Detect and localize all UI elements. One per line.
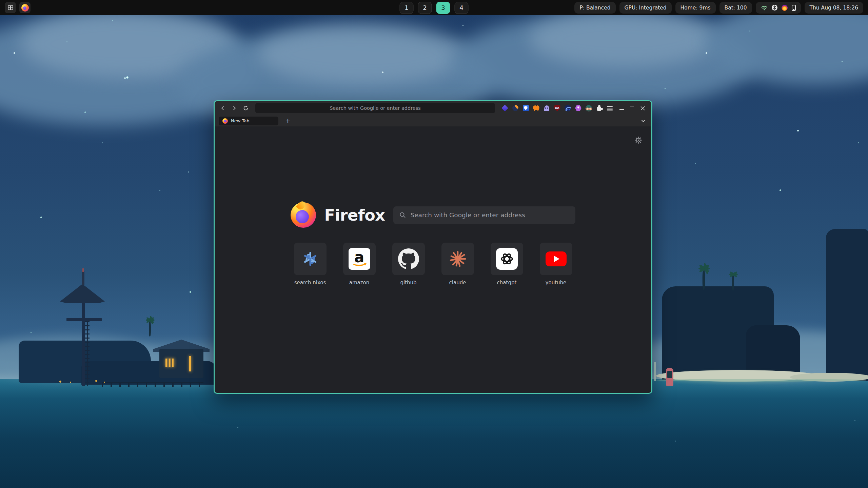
newtab-search-input[interactable]: Search with Google or enter address: [393, 206, 575, 224]
shortcut-label: search.nixos: [294, 280, 326, 286]
clock-pill[interactable]: Thu Aug 08, 18:26: [805, 2, 863, 14]
minimize-button[interactable]: [619, 109, 624, 110]
chatgpt-icon: [496, 248, 518, 270]
shortcut-tile[interactable]: [392, 243, 425, 275]
url-bar[interactable]: Search with Google or enter address: [255, 103, 495, 113]
workspace-2[interactable]: 2: [418, 2, 432, 14]
reload-button[interactable]: [241, 103, 251, 113]
firefox-logo-icon: [291, 202, 316, 228]
workspace-label: 3: [441, 4, 445, 11]
amazon-icon: a: [349, 248, 370, 270]
shortcut-chatgpt[interactable]: chatgpt: [491, 243, 523, 286]
watchtower-ladder: [87, 321, 88, 386]
gem-extension-icon[interactable]: [501, 105, 508, 112]
workspace-label: 4: [459, 4, 463, 11]
glow-star: [126, 76, 129, 79]
search-icon: [399, 212, 406, 218]
ping-pill[interactable]: Home: 9ms: [675, 2, 716, 14]
close-button[interactable]: [640, 106, 645, 111]
waterfall: [654, 362, 656, 381]
shortcut-amazon[interactable]: a amazon: [343, 243, 376, 286]
app-launcher-button[interactable]: [5, 2, 16, 13]
gpu-pill[interactable]: GPU: Integrated: [619, 2, 672, 14]
shortcut-label: youtube: [546, 280, 567, 286]
github-icon: [398, 248, 419, 269]
urlbar-placeholder: e or enter address: [376, 105, 421, 111]
plus-icon: +: [285, 118, 291, 124]
nixos-snowflake-icon: [302, 251, 318, 267]
avatar-extension-icon[interactable]: [585, 105, 592, 112]
app-grid-icon: [8, 5, 13, 10]
gear-icon: [634, 136, 643, 144]
ublock-origin-icon[interactable]: UO: [554, 105, 561, 112]
metamask-icon[interactable]: [533, 105, 540, 112]
workspace-switcher: 1 2 3 4: [400, 2, 469, 14]
tab-title: New Tab: [231, 118, 250, 123]
tab-new-tab[interactable]: New Tab: [219, 117, 278, 125]
shortcut-search-nixos[interactable]: search.nixos: [294, 243, 327, 286]
bitwarden-icon[interactable]: [522, 105, 529, 112]
bluetooth-icon[interactable]: [772, 5, 777, 11]
workspace-4[interactable]: 4: [455, 2, 469, 14]
watchtower-platform: [66, 318, 102, 321]
dark-moon-extension-icon[interactable]: [512, 105, 519, 112]
firefox-launcher-button[interactable]: [19, 2, 31, 13]
ghostery-icon[interactable]: [543, 105, 550, 112]
claude-starburst-icon: [449, 250, 467, 268]
clock-label: Thu Aug 08, 18:26: [810, 5, 858, 11]
tab-bar: New Tab +: [215, 115, 651, 126]
urlbar-placeholder: Search with Googl: [330, 105, 374, 111]
text-caret: [375, 105, 375, 111]
shortcut-tile[interactable]: [294, 243, 327, 275]
new-tab-page: Firefox Search with Google or enter addr…: [215, 126, 651, 392]
surfboard-totem: [666, 368, 673, 386]
waterline: [656, 379, 866, 382]
watchtower-pole: [82, 298, 85, 386]
gpu-label: GPU: Integrated: [625, 5, 667, 11]
newtab-search-placeholder: Search with Google or enter address: [410, 211, 525, 219]
shortcut-claude[interactable]: claude: [441, 243, 474, 286]
workspace-3-active[interactable]: 3: [436, 2, 450, 14]
youtube-icon: [546, 251, 567, 266]
status-group: P: Balanced GPU: Integrated Home: 9ms Ba…: [574, 2, 863, 14]
nordvpn-icon[interactable]: [564, 105, 571, 112]
back-button[interactable]: [218, 103, 228, 113]
personalize-button[interactable]: [634, 136, 643, 146]
shortcut-github[interactable]: github: [392, 243, 425, 286]
workspace-label: 1: [405, 4, 408, 11]
phone-icon[interactable]: [792, 5, 796, 11]
shortcut-youtube[interactable]: youtube: [540, 243, 572, 286]
hut-lit-window: [165, 359, 174, 367]
firefox-window: Search with Google or enter address UO *: [214, 100, 652, 394]
flame-media-icon[interactable]: [782, 5, 788, 11]
fence: [102, 382, 203, 383]
ping-label: Home: 9ms: [680, 5, 711, 11]
shortcuts-row: search.nixos a amazon g: [215, 243, 651, 286]
hut-lit-window: [189, 356, 191, 371]
maximize-button[interactable]: [630, 106, 634, 110]
hamburger-menu-icon[interactable]: [606, 105, 613, 112]
firefox-icon: [21, 4, 29, 12]
shortcut-tile[interactable]: [491, 243, 523, 275]
hut: [159, 349, 203, 378]
extensions-puzzle-icon[interactable]: [596, 105, 603, 112]
shortcut-tile[interactable]: [540, 243, 572, 275]
window-controls: [619, 106, 645, 111]
list-all-tabs-button[interactable]: [639, 117, 647, 125]
cloud: [529, 10, 719, 68]
shortcut-label: github: [400, 280, 416, 286]
new-tab-button[interactable]: +: [284, 117, 292, 125]
power-profile-pill[interactable]: P: Balanced: [574, 2, 615, 14]
shortcut-tile[interactable]: a: [343, 243, 376, 275]
workspace-1[interactable]: 1: [400, 2, 414, 14]
watchtower-finial: [82, 271, 84, 285]
chevron-down-icon: [640, 118, 646, 124]
forward-button[interactable]: [230, 103, 239, 113]
extensions-row: UO *: [501, 105, 613, 112]
system-tray: [756, 2, 801, 14]
shortcut-tile[interactable]: [441, 243, 474, 275]
firefox-hero: Firefox Search with Google or enter addr…: [215, 126, 651, 228]
hex-asterisk-extension-icon[interactable]: *: [575, 105, 582, 112]
battery-pill[interactable]: Bat: 100: [719, 2, 752, 14]
network-icon[interactable]: [761, 5, 768, 11]
